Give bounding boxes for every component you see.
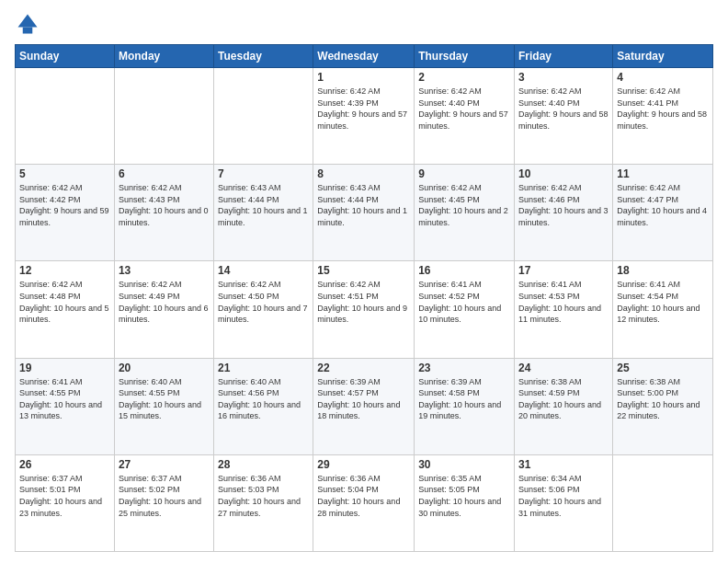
day-info: Sunrise: 6:39 AM Sunset: 4:58 PM Dayligh… <box>418 376 510 422</box>
calendar-cell: 16Sunrise: 6:41 AM Sunset: 4:52 PM Dayli… <box>415 261 515 358</box>
day-info: Sunrise: 6:42 AM Sunset: 4:40 PM Dayligh… <box>518 86 609 132</box>
calendar-cell: 17Sunrise: 6:41 AM Sunset: 4:53 PM Dayli… <box>515 261 613 358</box>
day-info: Sunrise: 6:37 AM Sunset: 5:01 PM Dayligh… <box>19 473 110 519</box>
day-number: 3 <box>518 71 609 84</box>
day-number: 4 <box>617 71 709 84</box>
calendar-body: 1Sunrise: 6:42 AM Sunset: 4:39 PM Daylig… <box>16 68 713 552</box>
day-info: Sunrise: 6:38 AM Sunset: 5:00 PM Dayligh… <box>617 376 709 422</box>
page: SundayMondayTuesdayWednesdayThursdayFrid… <box>0 0 728 563</box>
day-number: 15 <box>317 264 410 277</box>
calendar-cell: 1Sunrise: 6:42 AM Sunset: 4:39 PM Daylig… <box>313 68 415 165</box>
day-number: 14 <box>218 264 309 277</box>
day-number: 12 <box>19 264 110 277</box>
day-info: Sunrise: 6:41 AM Sunset: 4:55 PM Dayligh… <box>19 376 110 422</box>
day-info: Sunrise: 6:42 AM Sunset: 4:51 PM Dayligh… <box>317 279 410 325</box>
day-info: Sunrise: 6:41 AM Sunset: 4:52 PM Dayligh… <box>418 279 510 325</box>
day-number: 21 <box>218 362 309 374</box>
logo <box>15 11 44 37</box>
day-info: Sunrise: 6:41 AM Sunset: 4:53 PM Dayligh… <box>518 279 609 325</box>
day-info: Sunrise: 6:42 AM Sunset: 4:40 PM Dayligh… <box>418 86 510 132</box>
calendar-cell: 13Sunrise: 6:42 AM Sunset: 4:49 PM Dayli… <box>114 261 213 358</box>
weekday-row: SundayMondayTuesdayWednesdayThursdayFrid… <box>16 45 713 68</box>
day-number: 18 <box>617 264 709 277</box>
week-row-3: 12Sunrise: 6:42 AM Sunset: 4:48 PM Dayli… <box>16 261 713 358</box>
day-number: 2 <box>418 71 510 84</box>
day-number: 30 <box>418 458 510 471</box>
day-info: Sunrise: 6:42 AM Sunset: 4:43 PM Dayligh… <box>119 182 210 228</box>
svg-marker-0 <box>18 15 38 28</box>
day-number: 19 <box>19 362 110 374</box>
calendar-cell: 12Sunrise: 6:42 AM Sunset: 4:48 PM Dayli… <box>16 261 115 358</box>
calendar-cell: 6Sunrise: 6:42 AM Sunset: 4:43 PM Daylig… <box>114 165 213 261</box>
day-info: Sunrise: 6:42 AM Sunset: 4:45 PM Dayligh… <box>418 182 510 228</box>
day-info: Sunrise: 6:42 AM Sunset: 4:46 PM Dayligh… <box>518 182 609 228</box>
logo-icon <box>15 11 40 37</box>
day-number: 25 <box>617 362 709 374</box>
day-info: Sunrise: 6:42 AM Sunset: 4:50 PM Dayligh… <box>218 279 309 325</box>
day-info: Sunrise: 6:42 AM Sunset: 4:39 PM Dayligh… <box>317 86 410 132</box>
day-number: 8 <box>317 167 410 180</box>
day-number: 11 <box>617 167 709 180</box>
day-number: 5 <box>19 167 110 180</box>
calendar: SundayMondayTuesdayWednesdayThursdayFrid… <box>15 44 713 552</box>
calendar-cell: 3Sunrise: 6:42 AM Sunset: 4:40 PM Daylig… <box>515 68 613 165</box>
calendar-header: SundayMondayTuesdayWednesdayThursdayFrid… <box>16 45 713 68</box>
weekday-header-wednesday: Wednesday <box>313 45 415 68</box>
day-number: 27 <box>119 458 210 471</box>
calendar-cell: 15Sunrise: 6:42 AM Sunset: 4:51 PM Dayli… <box>313 261 415 358</box>
day-info: Sunrise: 6:35 AM Sunset: 5:05 PM Dayligh… <box>418 473 510 519</box>
day-number: 29 <box>317 458 410 471</box>
calendar-cell: 26Sunrise: 6:37 AM Sunset: 5:01 PM Dayli… <box>16 454 115 551</box>
day-number: 23 <box>418 362 510 374</box>
calendar-cell: 29Sunrise: 6:36 AM Sunset: 5:04 PM Dayli… <box>313 454 415 551</box>
calendar-cell: 2Sunrise: 6:42 AM Sunset: 4:40 PM Daylig… <box>415 68 515 165</box>
day-info: Sunrise: 6:42 AM Sunset: 4:49 PM Dayligh… <box>119 279 210 325</box>
day-info: Sunrise: 6:42 AM Sunset: 4:42 PM Dayligh… <box>19 182 110 228</box>
day-number: 9 <box>418 167 510 180</box>
day-number: 7 <box>218 167 309 180</box>
svg-rect-1 <box>23 28 33 34</box>
day-number: 6 <box>119 167 210 180</box>
calendar-cell: 23Sunrise: 6:39 AM Sunset: 4:58 PM Dayli… <box>415 358 515 454</box>
day-info: Sunrise: 6:42 AM Sunset: 4:48 PM Dayligh… <box>19 279 110 325</box>
calendar-cell: 20Sunrise: 6:40 AM Sunset: 4:55 PM Dayli… <box>114 358 213 454</box>
calendar-cell <box>613 454 713 551</box>
day-number: 13 <box>119 264 210 277</box>
day-info: Sunrise: 6:36 AM Sunset: 5:03 PM Dayligh… <box>218 473 309 519</box>
weekday-header-thursday: Thursday <box>415 45 515 68</box>
day-info: Sunrise: 6:43 AM Sunset: 4:44 PM Dayligh… <box>317 182 410 228</box>
day-number: 22 <box>317 362 410 374</box>
calendar-cell: 22Sunrise: 6:39 AM Sunset: 4:57 PM Dayli… <box>313 358 415 454</box>
calendar-cell: 25Sunrise: 6:38 AM Sunset: 5:00 PM Dayli… <box>613 358 713 454</box>
weekday-header-friday: Friday <box>515 45 613 68</box>
weekday-header-saturday: Saturday <box>613 45 713 68</box>
day-info: Sunrise: 6:37 AM Sunset: 5:02 PM Dayligh… <box>119 473 210 519</box>
day-info: Sunrise: 6:39 AM Sunset: 4:57 PM Dayligh… <box>317 376 410 422</box>
day-number: 17 <box>518 264 609 277</box>
week-row-5: 26Sunrise: 6:37 AM Sunset: 5:01 PM Dayli… <box>16 454 713 551</box>
week-row-1: 1Sunrise: 6:42 AM Sunset: 4:39 PM Daylig… <box>16 68 713 165</box>
day-number: 16 <box>418 264 510 277</box>
day-number: 26 <box>19 458 110 471</box>
day-info: Sunrise: 6:43 AM Sunset: 4:44 PM Dayligh… <box>218 182 309 228</box>
calendar-cell: 30Sunrise: 6:35 AM Sunset: 5:05 PM Dayli… <box>415 454 515 551</box>
calendar-cell: 9Sunrise: 6:42 AM Sunset: 4:45 PM Daylig… <box>415 165 515 261</box>
calendar-cell: 5Sunrise: 6:42 AM Sunset: 4:42 PM Daylig… <box>16 165 115 261</box>
day-number: 1 <box>317 71 410 84</box>
weekday-header-tuesday: Tuesday <box>214 45 313 68</box>
calendar-cell <box>114 68 213 165</box>
day-info: Sunrise: 6:36 AM Sunset: 5:04 PM Dayligh… <box>317 473 410 519</box>
day-info: Sunrise: 6:34 AM Sunset: 5:06 PM Dayligh… <box>518 473 609 519</box>
day-number: 10 <box>518 167 609 180</box>
calendar-cell: 18Sunrise: 6:41 AM Sunset: 4:54 PM Dayli… <box>613 261 713 358</box>
week-row-4: 19Sunrise: 6:41 AM Sunset: 4:55 PM Dayli… <box>16 358 713 454</box>
day-number: 28 <box>218 458 309 471</box>
header <box>15 11 713 37</box>
calendar-cell: 7Sunrise: 6:43 AM Sunset: 4:44 PM Daylig… <box>214 165 313 261</box>
calendar-cell: 8Sunrise: 6:43 AM Sunset: 4:44 PM Daylig… <box>313 165 415 261</box>
calendar-cell: 11Sunrise: 6:42 AM Sunset: 4:47 PM Dayli… <box>613 165 713 261</box>
calendar-cell: 14Sunrise: 6:42 AM Sunset: 4:50 PM Dayli… <box>214 261 313 358</box>
day-number: 24 <box>518 362 609 374</box>
weekday-header-monday: Monday <box>114 45 213 68</box>
day-info: Sunrise: 6:42 AM Sunset: 4:47 PM Dayligh… <box>617 182 709 228</box>
